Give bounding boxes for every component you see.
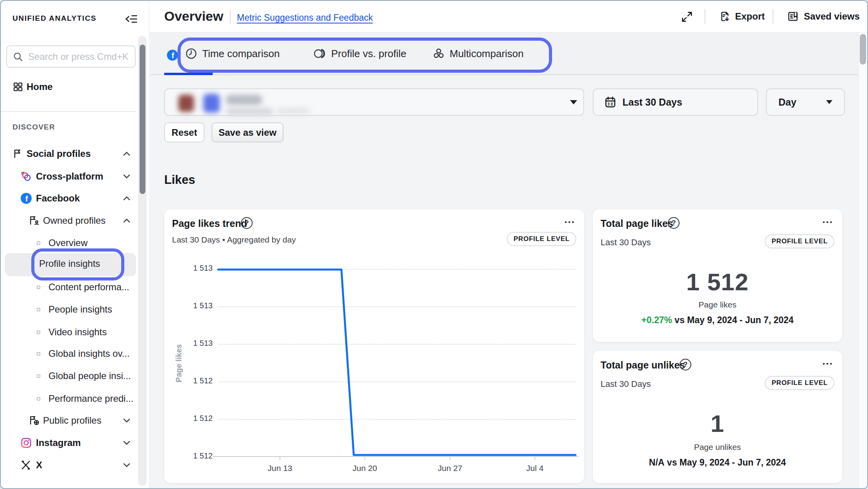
save-as-view-button[interactable]: Save as view xyxy=(212,122,283,142)
sidebar-item-label: Performance predi... xyxy=(48,393,133,404)
sidebar-item-global-people-insights[interactable]: Global people insi... xyxy=(1,367,136,385)
sidebar-divider xyxy=(1,111,136,112)
search-input[interactable]: Search or press Cmd+K xyxy=(6,45,136,68)
collapse-sidebar-icon[interactable] xyxy=(124,13,138,27)
kpi-value: 1 512 xyxy=(593,268,842,296)
page-title: Overview xyxy=(164,9,223,24)
search-icon xyxy=(13,51,23,62)
reset-label: Reset xyxy=(172,127,197,138)
main-scrollbar-track[interactable] xyxy=(859,32,867,488)
card-period: Last 30 Days xyxy=(601,237,651,248)
blurred-text xyxy=(226,108,273,115)
owned-profiles-icon xyxy=(28,215,40,227)
sidebar-item-content-performance[interactable]: Content performa... xyxy=(1,278,136,297)
facebook-icon: f xyxy=(20,192,32,204)
dropdown-caret-icon xyxy=(826,100,832,104)
sidebar-item-home[interactable]: Home xyxy=(1,77,136,96)
sidebar-scrollbar-thumb[interactable] xyxy=(140,45,145,194)
trend-line xyxy=(164,209,584,483)
chevron-down-icon xyxy=(121,171,132,182)
svg-text:f: f xyxy=(25,194,28,203)
dropdown-caret-icon xyxy=(570,100,577,104)
sidebar-item-label: Owned profiles xyxy=(43,215,106,226)
sidebar-item-people-insights[interactable]: People insights xyxy=(1,300,136,319)
sidebar-item-facebook[interactable]: f Facebook xyxy=(1,189,136,208)
bullet-icon xyxy=(37,286,40,289)
question-glyph: ? xyxy=(672,219,676,227)
reset-button[interactable]: Reset xyxy=(164,122,204,142)
active-tab-indicator xyxy=(164,73,213,75)
brand-title: UNIFIED ANALYTICS xyxy=(13,14,97,23)
bullet-icon xyxy=(37,352,40,356)
sidebar-item-x[interactable]: X xyxy=(1,456,136,475)
profile-level-badge: PROFILE LEVEL xyxy=(765,234,834,248)
chevron-down-icon xyxy=(121,415,132,426)
card-title: Total page unlikes xyxy=(601,360,685,371)
chevron-up-icon xyxy=(121,193,132,204)
sidebar-item-global-insights[interactable]: Global insights ov... xyxy=(1,344,136,363)
page-likes-trend-card: Page likes trend ? ••• Last 30 Days • Ag… xyxy=(164,209,584,483)
sidebar-item-label: Global insights ov... xyxy=(48,348,130,359)
svg-text:f: f xyxy=(172,51,174,60)
granularity-value: Day xyxy=(778,97,796,108)
flag-icon xyxy=(13,148,23,159)
sidebar-item-instagram[interactable]: Instagram xyxy=(1,433,136,452)
sidebar-item-label: Cross-platform xyxy=(36,171,103,182)
cross-platform-icon xyxy=(20,171,32,182)
sidebar-item-public-profiles[interactable]: Public profiles xyxy=(1,411,136,430)
sidebar-item-label: Public profiles xyxy=(43,415,101,426)
page-header: Overview Metric Suggestions and Feedback… xyxy=(150,1,867,32)
feedback-link[interactable]: Metric Suggestions and Feedback xyxy=(237,13,373,23)
expand-icon[interactable] xyxy=(680,10,694,23)
header-divider xyxy=(230,10,231,23)
granularity-select[interactable]: Day xyxy=(766,88,845,116)
date-range-button[interactable]: Last 30 Days xyxy=(593,88,758,116)
save-as-view-label: Save as view xyxy=(219,127,276,138)
help-icon[interactable]: ? xyxy=(668,217,680,229)
discover-section-label: DISCOVER xyxy=(13,123,55,131)
sidebar-item-label: Social profiles xyxy=(27,148,91,159)
annotation-comparison-tabs xyxy=(178,38,552,73)
saved-views-icon xyxy=(787,10,799,23)
home-label: Home xyxy=(27,81,53,92)
kpi-comparison: +0.27% vs May 9, 2024 - Jun 7, 2024 xyxy=(593,315,842,325)
sidebar-item-label: Global people insi... xyxy=(48,370,131,381)
header-divider xyxy=(705,9,705,24)
date-range-label: Last 30 Days xyxy=(622,97,682,108)
x-logo-icon xyxy=(20,460,31,471)
profile-selector[interactable] xyxy=(164,88,584,116)
help-icon[interactable]: ? xyxy=(680,359,691,370)
card-title: Total page likes xyxy=(601,218,673,229)
sidebar-item-video-insights[interactable]: Video insights xyxy=(1,323,136,342)
sidebar-item-performance-prediction[interactable]: Performance predi... xyxy=(1,389,136,408)
sidebar-item-label: Content performa... xyxy=(48,282,129,293)
calendar-icon xyxy=(604,95,617,109)
sidebar-item-label: Overview xyxy=(48,237,88,248)
bullet-icon xyxy=(37,331,40,334)
export-button[interactable]: Export xyxy=(719,10,765,23)
header-divider xyxy=(773,9,773,24)
comparison-period: vs May 9, 2024 - Jun 7, 2024 xyxy=(674,315,793,325)
bullet-icon xyxy=(37,397,40,401)
delta-value: +0.27% xyxy=(641,315,672,325)
instagram-icon xyxy=(20,437,32,449)
profile-level-badge: PROFILE LEVEL xyxy=(765,376,834,390)
bullet-icon xyxy=(37,308,40,311)
kpi-comparison: N/A vs May 9, 2024 - Jun 7, 2024 xyxy=(593,457,842,468)
search-placeholder: Search or press Cmd+K xyxy=(28,51,129,62)
saved-views-button[interactable]: Saved views xyxy=(787,10,860,23)
facebook-tab-icon[interactable]: f xyxy=(167,49,178,61)
blurred-text xyxy=(276,108,310,114)
sidebar-item-cross-platform[interactable]: Cross-platform xyxy=(1,167,136,186)
bullet-icon xyxy=(37,241,40,245)
kpi-metric-label: Page unlikes xyxy=(593,442,842,452)
chevron-up-icon xyxy=(121,148,132,159)
chevron-down-icon xyxy=(121,460,132,471)
sidebar-item-owned-profiles[interactable]: Owned profiles xyxy=(1,211,136,230)
card-menu-icon[interactable]: ••• xyxy=(823,219,834,225)
card-menu-icon[interactable]: ••• xyxy=(823,360,834,367)
sidebar-item-social-profiles[interactable]: Social profiles xyxy=(1,144,136,163)
annotation-profile-insights xyxy=(31,248,124,280)
public-profiles-icon xyxy=(28,415,40,426)
main-scrollbar-thumb[interactable] xyxy=(860,34,866,65)
